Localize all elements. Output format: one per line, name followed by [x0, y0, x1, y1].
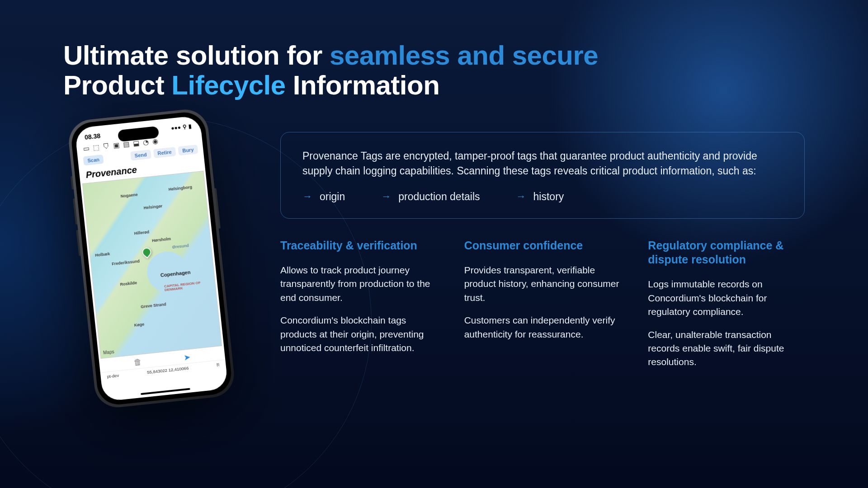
title-part3: Information: [286, 70, 440, 100]
arrow-icon: →: [516, 191, 526, 202]
shield-icon: ⛉: [103, 142, 110, 150]
camera-icon: ▣: [113, 141, 120, 150]
maps-attribution: Maps: [103, 349, 114, 355]
intro-item-production: → production details: [381, 191, 480, 203]
label-helsingor: Helsingør: [143, 204, 162, 210]
page-title: Ultimate solution for seamless and secur…: [63, 41, 805, 100]
phone-rim: 08.38 ●●● ⚲ ▮ ▭ ⬚ ⛉: [70, 110, 233, 407]
map[interactable]: Copenhagen Helsingborg Helsingør Roskild…: [82, 171, 222, 359]
trash-icon[interactable]: 🗑: [133, 357, 142, 368]
feature-paragraph: Customers can independently verify authe…: [464, 314, 621, 341]
feature-paragraph: Clear, unalterable transaction records e…: [648, 328, 805, 369]
phone-screen: 08.38 ●●● ⚲ ▮ ▭ ⬚ ⛉: [75, 115, 228, 402]
feature-confidence: Consumer confidence Provides transparent…: [464, 239, 621, 378]
slide: Ultimate solution for seamless and secur…: [0, 0, 868, 488]
cube-icon: ⬚: [93, 143, 100, 152]
retire-button[interactable]: Retire: [153, 147, 176, 158]
feature-traceability: Traceability & verification Allows to tr…: [280, 239, 437, 378]
label-nogaene: Nogaene: [120, 192, 138, 198]
battery-icon: ▮: [188, 123, 192, 130]
label-oresund: Øresund: [172, 243, 189, 249]
label-region: CAPITAL REGION OF DENMARK: [164, 279, 216, 292]
scan-button[interactable]: Scan: [83, 155, 104, 166]
home-indicator: [141, 388, 190, 395]
label-helsingborg: Helsingborg: [168, 185, 192, 192]
feature-paragraph: Allows to track product journey transpar…: [280, 263, 437, 305]
title-highlight-1: seamless and secure: [330, 40, 598, 70]
label-frederikssund: Frederikssund: [112, 259, 140, 266]
phone-column: 08.38 ●●● ⚲ ▮ ▭ ⬚ ⛉: [63, 127, 262, 453]
intro-list: → origin → production details → history: [302, 191, 783, 203]
feature-heading: Traceability & verification: [280, 239, 437, 253]
map-pin: [142, 247, 151, 258]
arrow-icon: →: [302, 191, 312, 202]
feature-paragraph: Concordium's blockchain tags products at…: [280, 314, 437, 355]
label-copenhagen: Copenhagen: [160, 270, 191, 278]
intro-item-label: production details: [398, 191, 480, 203]
status-indicators: ●●● ⚲ ▮: [171, 123, 192, 131]
intro-item-history: → history: [516, 191, 564, 203]
coords-text: 55,843022 12,410066: [147, 366, 189, 375]
signal-icon: ●●●: [171, 124, 181, 131]
feature-compliance: Regulatory compliance & dispute resoluti…: [648, 239, 805, 378]
arrow-icon: →: [381, 191, 391, 202]
title-part1: Ultimate solution for: [63, 40, 330, 70]
label-horsholm: Hørsholm: [152, 236, 171, 243]
env-label: pt-dev: [107, 373, 119, 379]
intro-item-label: origin: [320, 191, 345, 203]
feature-paragraph: Provides transparent, verifiable product…: [464, 263, 621, 305]
label-koge: Køge: [134, 322, 144, 328]
copy-icon[interactable]: ⎘: [217, 362, 220, 368]
intro-box: Provenance Tags are encrypted, tamper-pr…: [280, 132, 805, 219]
label-roskilde: Roskilde: [120, 281, 137, 287]
bury-button[interactable]: Bury: [178, 145, 198, 155]
status-time: 08.38: [84, 132, 101, 141]
phone-mockup: 08.38 ●●● ⚲ ▮ ▭ ⬚ ⛉: [66, 108, 236, 410]
content-row: 08.38 ●●● ⚲ ▮ ▭ ⬚ ⛉: [63, 127, 805, 453]
title-part2: Product: [63, 70, 171, 100]
label-hillerod: Hillerød: [134, 230, 149, 236]
feature-heading: Consumer confidence: [464, 239, 621, 253]
feature-paragraph: Logs immutable records on Concordium's b…: [648, 277, 805, 319]
text-column: Provenance Tags are encrypted, tamper-pr…: [280, 127, 805, 453]
label-holbaek: Holbæk: [95, 252, 110, 258]
feature-heading: Regulatory compliance & dispute resoluti…: [648, 239, 805, 267]
book-icon: ▭: [83, 144, 90, 153]
feature-columns: Traceability & verification Allows to tr…: [280, 239, 805, 378]
title-highlight-2: Lifecycle: [171, 70, 285, 100]
wifi-icon: ⚲: [182, 123, 187, 130]
label-greve: Greve Strand: [141, 302, 166, 310]
phone-frame: 08.38 ●●● ⚲ ▮ ▭ ⬚ ⛉: [66, 108, 236, 410]
intro-item-label: history: [533, 191, 564, 203]
location-icon[interactable]: ➤: [183, 352, 191, 362]
intro-text: Provenance Tags are encrypted, tamper-pr…: [302, 149, 783, 179]
send-button[interactable]: Send: [130, 150, 151, 161]
intro-item-origin: → origin: [302, 191, 345, 203]
